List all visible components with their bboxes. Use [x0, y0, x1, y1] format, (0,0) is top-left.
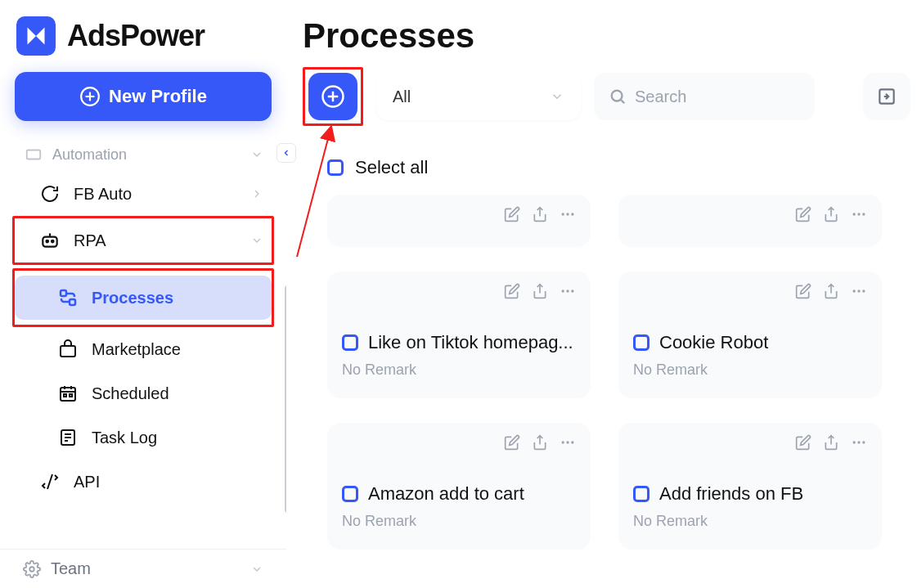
card-checkbox[interactable]: [342, 334, 358, 351]
import-button[interactable]: [863, 73, 910, 120]
card-remark: No Remark: [633, 513, 867, 530]
share-icon[interactable]: [823, 206, 839, 227]
sidebar-footer-team[interactable]: Team: [0, 549, 286, 588]
more-icon[interactable]: [851, 206, 867, 227]
automation-icon: [23, 144, 44, 165]
more-icon[interactable]: [560, 434, 576, 456]
search-box[interactable]: [594, 73, 815, 120]
svg-line-26: [621, 100, 624, 103]
svg-rect-3: [27, 150, 41, 159]
app-logo-icon: [16, 16, 56, 56]
share-icon[interactable]: [532, 434, 548, 456]
process-card[interactable]: Amazon add to cart No Remark: [327, 423, 591, 550]
collapse-sidebar-button[interactable]: [276, 143, 296, 163]
select-all-row[interactable]: Select all: [303, 157, 917, 178]
sidebar-item-fb-auto[interactable]: FB Auto: [15, 172, 272, 216]
process-card[interactable]: [618, 195, 882, 247]
more-icon[interactable]: [560, 283, 576, 304]
svg-point-30: [566, 213, 569, 215]
card-remark: No Remark: [633, 361, 867, 379]
filter-select[interactable]: All: [376, 73, 581, 120]
process-card[interactable]: Like on Tiktok homepag... No Remark: [327, 272, 591, 398]
chevron-down-icon: [250, 234, 263, 247]
nav-section: Automation FB Auto RP: [0, 137, 286, 549]
edit-icon[interactable]: [795, 283, 811, 304]
share-icon[interactable]: [532, 283, 548, 304]
new-profile-button[interactable]: New Profile: [15, 72, 272, 121]
processes-label: Processes: [92, 289, 173, 307]
api-label: API: [74, 473, 100, 491]
calendar-icon: [57, 383, 79, 404]
svg-point-46: [566, 441, 569, 443]
filter-value: All: [393, 88, 411, 106]
process-card[interactable]: Add friends on FB No Remark: [618, 423, 882, 550]
brand-name: AdsPower: [67, 19, 205, 53]
task-log-label: Task Log: [92, 429, 157, 447]
toolbar: All: [303, 67, 917, 126]
process-card[interactable]: Cookie Robot No Remark: [618, 272, 882, 398]
svg-point-35: [862, 213, 865, 215]
highlight-box-processes: Processes: [12, 268, 274, 327]
rpa-label: RPA: [74, 231, 106, 250]
automation-label: Automation: [52, 146, 127, 164]
share-icon[interactable]: [823, 434, 839, 456]
card-title-row: Amazon add to cart: [342, 483, 576, 505]
svg-point-21: [29, 567, 34, 572]
robot-icon: [39, 230, 61, 251]
card-toolbar: [342, 434, 576, 456]
svg-rect-16: [70, 394, 72, 397]
svg-rect-9: [70, 299, 75, 305]
sidebar-item-processes[interactable]: Processes: [15, 276, 272, 320]
add-process-button[interactable]: [308, 73, 357, 120]
card-checkbox[interactable]: [633, 486, 650, 502]
fb-auto-label: FB Auto: [74, 185, 132, 204]
card-checkbox[interactable]: [633, 334, 650, 351]
search-input[interactable]: [635, 88, 842, 106]
highlight-box-add: [303, 67, 363, 126]
team-label: Team: [51, 559, 91, 578]
process-card[interactable]: [327, 195, 591, 247]
more-icon[interactable]: [560, 206, 576, 227]
search-icon: [609, 88, 627, 105]
card-toolbar: [633, 283, 867, 304]
svg-point-25: [612, 91, 623, 101]
chevron-down-icon: [550, 89, 564, 104]
sidebar-item-rpa[interactable]: RPA: [15, 218, 272, 263]
share-icon[interactable]: [823, 283, 839, 304]
chevron-right-icon: [250, 187, 263, 200]
edit-icon[interactable]: [504, 434, 520, 456]
edit-icon[interactable]: [795, 434, 811, 456]
select-all-label: Select all: [355, 157, 428, 178]
sidebar-item-marketplace[interactable]: Marketplace: [15, 327, 272, 371]
api-icon: [39, 471, 61, 492]
card-title: Cookie Robot: [659, 332, 768, 353]
sidebar: AdsPower New Profile Automation: [0, 0, 286, 588]
sidebar-item-scheduled[interactable]: Scheduled: [15, 371, 272, 415]
refresh-icon: [39, 183, 61, 204]
new-profile-label: New Profile: [109, 86, 207, 107]
sidebar-item-api[interactable]: API: [15, 460, 272, 504]
svg-point-50: [857, 441, 860, 443]
task-log-icon: [57, 427, 79, 448]
svg-point-5: [46, 240, 48, 243]
more-icon[interactable]: [851, 283, 867, 304]
card-checkbox[interactable]: [342, 486, 358, 502]
svg-point-41: [853, 290, 856, 292]
marketplace-icon: [57, 339, 79, 360]
svg-point-45: [562, 441, 564, 443]
main-content: Processes All: [286, 0, 917, 588]
plus-circle-icon: [79, 86, 101, 107]
import-icon: [876, 86, 897, 107]
edit-icon[interactable]: [504, 206, 520, 227]
share-icon[interactable]: [532, 206, 548, 227]
nav-group-automation[interactable]: Automation: [15, 137, 272, 172]
highlight-box-rpa: RPA: [12, 216, 274, 265]
chevron-down-icon: [250, 563, 263, 576]
scheduled-label: Scheduled: [92, 384, 169, 403]
edit-icon[interactable]: [795, 206, 811, 227]
edit-icon[interactable]: [504, 283, 520, 304]
select-all-checkbox[interactable]: [327, 159, 344, 176]
sidebar-item-task-log[interactable]: Task Log: [15, 415, 272, 460]
more-icon[interactable]: [851, 434, 867, 456]
card-toolbar: [633, 434, 867, 456]
